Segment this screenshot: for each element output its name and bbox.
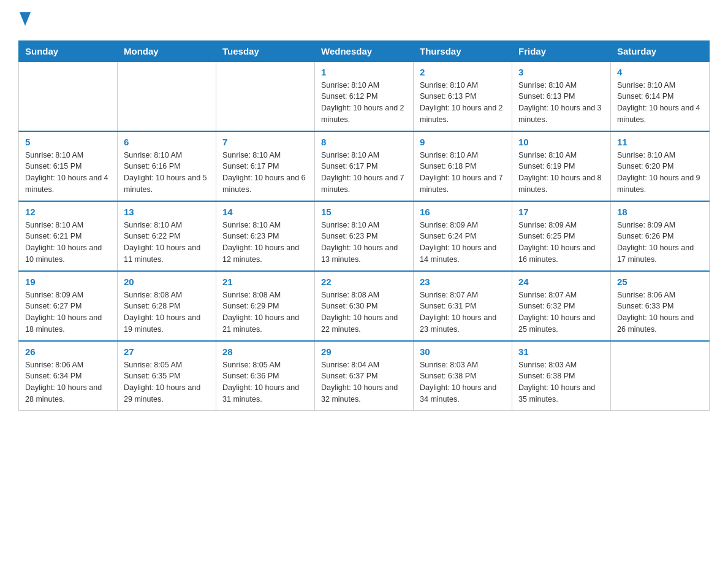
day-number: 21 xyxy=(222,277,308,287)
day-number: 23 xyxy=(420,277,506,287)
calendar-day-cell: 27Sunrise: 8:05 AMSunset: 6:35 PMDayligh… xyxy=(118,341,216,411)
day-number: 15 xyxy=(321,207,407,217)
calendar-week-row: 19Sunrise: 8:09 AMSunset: 6:27 PMDayligh… xyxy=(19,271,710,341)
day-number: 16 xyxy=(420,207,506,217)
calendar-day-header: Sunday xyxy=(19,40,118,61)
calendar-day-cell: 6Sunrise: 8:10 AMSunset: 6:16 PMDaylight… xyxy=(118,131,216,201)
day-number: 6 xyxy=(124,137,210,147)
day-info: Sunrise: 8:10 AMSunset: 6:23 PMDaylight:… xyxy=(222,220,308,266)
calendar-day-header: Thursday xyxy=(414,40,512,61)
day-number: 18 xyxy=(617,207,703,217)
calendar-table: SundayMondayTuesdayWednesdayThursdayFrid… xyxy=(18,40,710,411)
day-info: Sunrise: 8:05 AMSunset: 6:36 PMDaylight:… xyxy=(222,359,308,405)
calendar-week-row: 12Sunrise: 8:10 AMSunset: 6:21 PMDayligh… xyxy=(19,201,710,271)
day-info: Sunrise: 8:08 AMSunset: 6:28 PMDaylight:… xyxy=(124,289,210,335)
day-number: 17 xyxy=(518,207,604,217)
day-number: 11 xyxy=(617,137,703,147)
calendar-day-cell: 20Sunrise: 8:08 AMSunset: 6:28 PMDayligh… xyxy=(118,271,216,341)
calendar-day-cell xyxy=(611,341,710,411)
day-number: 13 xyxy=(124,207,210,217)
day-info: Sunrise: 8:10 AMSunset: 6:16 PMDaylight:… xyxy=(124,150,210,196)
calendar-week-row: 5Sunrise: 8:10 AMSunset: 6:15 PMDaylight… xyxy=(19,131,710,201)
calendar-day-cell xyxy=(216,61,315,131)
day-info: Sunrise: 8:10 AMSunset: 6:17 PMDaylight:… xyxy=(321,150,407,196)
calendar-day-cell: 18Sunrise: 8:09 AMSunset: 6:26 PMDayligh… xyxy=(611,201,710,271)
day-info: Sunrise: 8:10 AMSunset: 6:21 PMDaylight:… xyxy=(25,220,111,266)
day-number: 22 xyxy=(321,277,407,287)
calendar-day-header: Saturday xyxy=(611,40,710,61)
day-info: Sunrise: 8:06 AMSunset: 6:33 PMDaylight:… xyxy=(617,289,703,335)
day-number: 14 xyxy=(222,207,308,217)
day-info: Sunrise: 8:10 AMSunset: 6:17 PMDaylight:… xyxy=(222,150,308,196)
calendar-week-row: 26Sunrise: 8:06 AMSunset: 6:34 PMDayligh… xyxy=(19,341,710,411)
calendar-day-header: Tuesday xyxy=(216,40,315,61)
day-info: Sunrise: 8:04 AMSunset: 6:37 PMDaylight:… xyxy=(321,359,407,405)
calendar-day-cell: 24Sunrise: 8:07 AMSunset: 6:32 PMDayligh… xyxy=(512,271,611,341)
calendar-day-cell: 19Sunrise: 8:09 AMSunset: 6:27 PMDayligh… xyxy=(19,271,118,341)
day-number: 25 xyxy=(617,277,703,287)
day-info: Sunrise: 8:08 AMSunset: 6:30 PMDaylight:… xyxy=(321,289,407,335)
calendar-day-cell: 31Sunrise: 8:03 AMSunset: 6:38 PMDayligh… xyxy=(512,341,611,411)
day-number: 31 xyxy=(518,347,604,357)
calendar-day-cell: 29Sunrise: 8:04 AMSunset: 6:37 PMDayligh… xyxy=(315,341,414,411)
calendar-day-header: Monday xyxy=(118,40,216,61)
day-info: Sunrise: 8:08 AMSunset: 6:29 PMDaylight:… xyxy=(222,289,308,335)
day-number: 12 xyxy=(25,207,111,217)
day-info: Sunrise: 8:05 AMSunset: 6:35 PMDaylight:… xyxy=(124,359,210,405)
day-number: 27 xyxy=(124,347,210,357)
calendar-day-cell: 7Sunrise: 8:10 AMSunset: 6:17 PMDaylight… xyxy=(216,131,315,201)
calendar-day-cell: 5Sunrise: 8:10 AMSunset: 6:15 PMDaylight… xyxy=(19,131,118,201)
calendar-day-cell: 26Sunrise: 8:06 AMSunset: 6:34 PMDayligh… xyxy=(19,341,118,411)
day-info: Sunrise: 8:10 AMSunset: 6:23 PMDaylight:… xyxy=(321,220,407,266)
day-number: 29 xyxy=(321,347,407,357)
calendar-day-cell xyxy=(19,61,118,131)
calendar-day-cell: 12Sunrise: 8:10 AMSunset: 6:21 PMDayligh… xyxy=(19,201,118,271)
svg-marker-0 xyxy=(20,12,31,26)
day-info: Sunrise: 8:03 AMSunset: 6:38 PMDaylight:… xyxy=(420,359,506,405)
day-number: 9 xyxy=(420,137,506,147)
calendar-day-cell: 23Sunrise: 8:07 AMSunset: 6:31 PMDayligh… xyxy=(414,271,512,341)
calendar-day-cell: 11Sunrise: 8:10 AMSunset: 6:20 PMDayligh… xyxy=(611,131,710,201)
page-header xyxy=(18,12,710,28)
calendar-day-header: Friday xyxy=(512,40,611,61)
calendar-day-cell xyxy=(118,61,216,131)
calendar-day-cell: 9Sunrise: 8:10 AMSunset: 6:18 PMDaylight… xyxy=(414,131,512,201)
logo-triangle-icon xyxy=(20,12,31,26)
day-number: 20 xyxy=(124,277,210,287)
calendar-day-cell: 22Sunrise: 8:08 AMSunset: 6:30 PMDayligh… xyxy=(315,271,414,341)
calendar-day-cell: 14Sunrise: 8:10 AMSunset: 6:23 PMDayligh… xyxy=(216,201,315,271)
calendar-day-cell: 4Sunrise: 8:10 AMSunset: 6:14 PMDaylight… xyxy=(611,61,710,131)
day-info: Sunrise: 8:09 AMSunset: 6:26 PMDaylight:… xyxy=(617,220,703,266)
day-number: 7 xyxy=(222,137,308,147)
day-info: Sunrise: 8:10 AMSunset: 6:20 PMDaylight:… xyxy=(617,150,703,196)
calendar-day-cell: 16Sunrise: 8:09 AMSunset: 6:24 PMDayligh… xyxy=(414,201,512,271)
calendar-header-row: SundayMondayTuesdayWednesdayThursdayFrid… xyxy=(19,40,710,61)
day-info: Sunrise: 8:10 AMSunset: 6:14 PMDaylight:… xyxy=(617,80,703,126)
day-number: 1 xyxy=(321,67,407,77)
day-info: Sunrise: 8:10 AMSunset: 6:13 PMDaylight:… xyxy=(518,80,604,126)
calendar-day-cell: 10Sunrise: 8:10 AMSunset: 6:19 PMDayligh… xyxy=(512,131,611,201)
day-info: Sunrise: 8:07 AMSunset: 6:32 PMDaylight:… xyxy=(518,289,604,335)
calendar-day-cell: 3Sunrise: 8:10 AMSunset: 6:13 PMDaylight… xyxy=(512,61,611,131)
calendar-day-cell: 2Sunrise: 8:10 AMSunset: 6:13 PMDaylight… xyxy=(414,61,512,131)
day-info: Sunrise: 8:10 AMSunset: 6:13 PMDaylight:… xyxy=(420,80,506,126)
day-info: Sunrise: 8:09 AMSunset: 6:24 PMDaylight:… xyxy=(420,220,506,266)
calendar-day-cell: 1Sunrise: 8:10 AMSunset: 6:12 PMDaylight… xyxy=(315,61,414,131)
calendar-day-header: Wednesday xyxy=(315,40,414,61)
day-info: Sunrise: 8:06 AMSunset: 6:34 PMDaylight:… xyxy=(25,359,111,405)
calendar-week-row: 1Sunrise: 8:10 AMSunset: 6:12 PMDaylight… xyxy=(19,61,710,131)
calendar-day-cell: 15Sunrise: 8:10 AMSunset: 6:23 PMDayligh… xyxy=(315,201,414,271)
day-info: Sunrise: 8:09 AMSunset: 6:25 PMDaylight:… xyxy=(518,220,604,266)
day-number: 3 xyxy=(518,67,604,77)
calendar-day-cell: 21Sunrise: 8:08 AMSunset: 6:29 PMDayligh… xyxy=(216,271,315,341)
day-number: 19 xyxy=(25,277,111,287)
day-number: 28 xyxy=(222,347,308,357)
day-info: Sunrise: 8:03 AMSunset: 6:38 PMDaylight:… xyxy=(518,359,604,405)
logo xyxy=(18,12,31,28)
day-info: Sunrise: 8:10 AMSunset: 6:22 PMDaylight:… xyxy=(124,220,210,266)
day-number: 10 xyxy=(518,137,604,147)
day-info: Sunrise: 8:10 AMSunset: 6:12 PMDaylight:… xyxy=(321,80,407,126)
calendar-day-cell: 28Sunrise: 8:05 AMSunset: 6:36 PMDayligh… xyxy=(216,341,315,411)
calendar-day-cell: 30Sunrise: 8:03 AMSunset: 6:38 PMDayligh… xyxy=(414,341,512,411)
day-number: 4 xyxy=(617,67,703,77)
